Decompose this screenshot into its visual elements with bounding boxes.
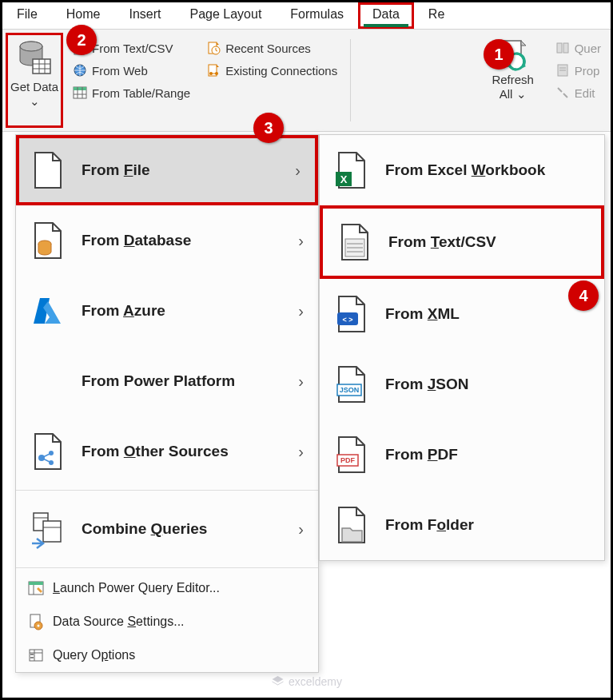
ribbon-divider [350,39,351,121]
callout-1: 1 [484,39,514,70]
excel-file-icon: X [334,149,369,191]
database-icon [15,38,54,77]
chevron-right-icon: › [298,372,304,391]
menu-data-source-settings[interactable]: Data Source Settings... [16,605,318,638]
menu-separator [16,567,318,568]
pq-editor-icon [27,579,45,597]
menu-label: From Power Platform [82,372,235,390]
menu-label: From Other Sources [82,443,229,460]
submenu-from-pdf[interactable]: PDF From PDF [320,420,604,490]
pdf-file-icon: PDF [334,434,369,475]
combine-icon [30,508,66,550]
svg-point-46 [38,625,40,627]
globe-icon [73,63,87,78]
edit-icon [555,86,570,100]
menu-label: From Folder [385,516,474,534]
submenu-from-json[interactable]: JSON From JSON [320,349,604,420]
power-platform-icon [30,360,66,402]
edit-links-ribbon[interactable]: Edit [551,82,606,103]
watermark: exceldemy [271,675,342,688]
existing-connections-ribbon[interactable]: Existing Connections [201,60,342,81]
submenu-from-workbook[interactable]: X From Excel Workbook [320,135,604,205]
callout-4: 4 [568,280,599,311]
watermark-icon [271,675,284,688]
menu-label: From Azure [82,302,165,320]
menu-from-azure[interactable]: From Azure › [16,276,318,346]
menu-combine-queries[interactable]: Combine Queries › [16,494,318,564]
menu-label: From Text/CSV [388,233,496,251]
properties-icon [555,63,570,78]
svg-rect-42 [29,582,43,585]
svg-text:JSON: JSON [340,386,360,394]
database-file-icon [30,220,66,261]
tab-file[interactable]: File [2,2,52,29]
file-icon [30,149,66,191]
menu-label: From Database [82,232,191,249]
tab-page-layout[interactable]: Page Layout [175,2,276,29]
menu-from-file[interactable]: From File › [16,135,318,205]
menu-from-power-platform[interactable]: From Power Platform › [16,346,318,416]
chevron-right-icon: › [298,302,304,320]
callout-2: 2 [66,25,97,55]
tab-insert[interactable]: Insert [114,2,175,29]
callout-3: 3 [253,113,284,143]
svg-text:PDF: PDF [340,456,356,464]
get-data-button[interactable]: Get Data ⌄ [6,33,63,128]
svg-rect-25 [557,43,562,53]
xml-file-icon: < > [334,293,369,335]
ribbon-tabs: File Home Insert Page Layout Formulas Da… [2,2,611,30]
refresh-label: Refresh All ⌄ [485,73,541,101]
menu-label: Launch Power Query Editor... [53,581,220,595]
svg-text:< >: < > [342,316,352,324]
recent-icon [206,41,221,55]
chevron-right-icon: › [298,520,304,539]
svg-rect-2 [33,59,50,74]
menu-from-database[interactable]: From Database › [16,205,318,276]
get-data-label: Get Data ⌄ [10,80,59,109]
svg-rect-50 [30,654,34,655]
chevron-right-icon: › [298,443,304,461]
submenu-from-folder[interactable]: From Folder [320,490,604,560]
json-file-icon: JSON [334,364,369,405]
menu-query-options[interactable]: Query Options [16,638,318,672]
connections-icon [206,63,221,78]
azure-icon [30,290,66,332]
from-web-ribbon[interactable]: From Web [68,60,195,81]
table-icon [73,86,87,100]
menu-label: From JSON [385,376,469,393]
get-data-menu: From File › From Database › From Azure ›… [15,134,319,673]
properties-ribbon[interactable]: Prop [551,60,606,81]
chevron-right-icon: › [298,232,304,250]
other-sources-icon [30,431,66,472]
svg-point-1 [20,42,42,51]
queries-icon [555,41,570,55]
tab-formulas[interactable]: Formulas [276,2,358,29]
svg-rect-51 [30,657,34,658]
menu-separator [16,490,318,491]
menu-label: From XML [385,305,460,323]
menu-from-other-sources[interactable]: From Other Sources › [16,416,318,487]
menu-label: Query Options [53,648,135,662]
svg-rect-37 [43,521,61,542]
menu-label: From PDF [385,446,458,463]
submenu-from-text-csv[interactable]: From Text/CSV [320,205,604,279]
text-csv-file-icon [337,221,372,263]
from-table-range-ribbon[interactable]: From Table/Range [68,82,195,103]
menu-label: From Excel Workbook [385,161,545,179]
recent-sources-ribbon[interactable]: Recent Sources [201,38,342,58]
menu-label: Data Source Settings... [53,614,185,629]
svg-text:X: X [340,173,348,185]
ribbon-col-queries: Quer Prop Edit [549,33,607,128]
menu-label: From File [82,161,150,179]
tab-data[interactable]: Data [358,2,414,29]
svg-rect-26 [563,43,568,53]
submenu-from-xml[interactable]: < > From XML [320,279,604,349]
menu-launch-pq[interactable]: Launch Power Query Editor... [16,571,318,605]
menu-label: Combine Queries [82,520,207,538]
chevron-right-icon: › [295,161,301,180]
tab-review[interactable]: Re [414,2,459,29]
folder-file-icon [334,504,369,546]
from-file-submenu: X From Excel Workbook From Text/CSV < > … [319,134,605,561]
settings-file-icon [27,613,45,630]
queries-ribbon[interactable]: Quer [551,38,606,58]
